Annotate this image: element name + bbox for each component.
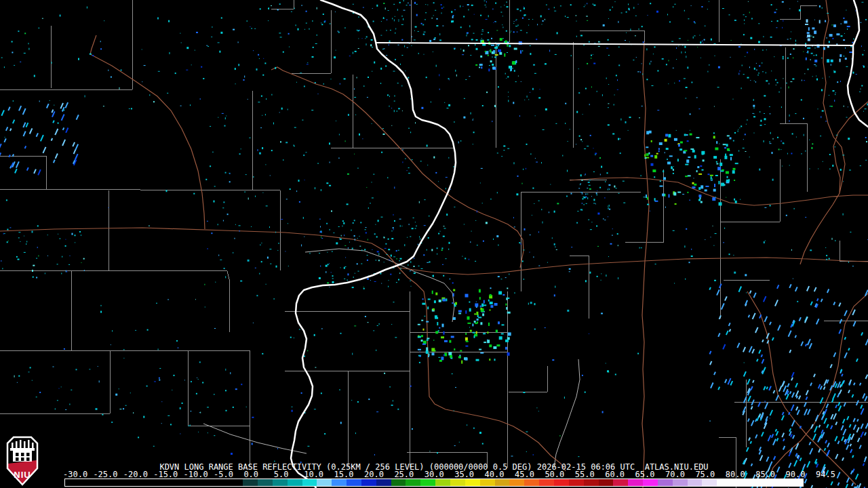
radar-echo bbox=[5, 137, 5, 138]
radar-echo bbox=[298, 180, 300, 182]
radar-echo bbox=[441, 247, 443, 249]
radar-echo bbox=[488, 68, 490, 71]
radar-echo bbox=[387, 177, 388, 178]
radar-echo bbox=[442, 299, 446, 302]
radar-echo bbox=[476, 312, 478, 315]
radar-echo bbox=[389, 96, 390, 97]
radar-echo bbox=[742, 65, 743, 66]
radar-echo bbox=[285, 142, 288, 143]
radar-echo bbox=[366, 232, 367, 234]
radar-echo bbox=[476, 302, 477, 302]
radar-echo bbox=[530, 53, 531, 55]
radar-echo bbox=[270, 176, 271, 176]
colorbar-segment bbox=[288, 479, 302, 486]
radar-echo bbox=[243, 79, 245, 81]
radar-echo bbox=[467, 317, 470, 320]
radar-echo bbox=[330, 229, 330, 230]
radar-echo bbox=[772, 152, 773, 154]
radar-echo bbox=[833, 24, 836, 27]
radar-echo bbox=[355, 432, 356, 434]
radar-echo bbox=[307, 446, 309, 447]
radar-echo bbox=[425, 199, 426, 200]
radar-echo bbox=[330, 24, 331, 24]
radar-echo bbox=[500, 38, 502, 41]
radar-echo bbox=[489, 65, 490, 66]
radar-echo bbox=[266, 205, 268, 206]
colorbar-segment bbox=[332, 479, 347, 486]
radar-echo bbox=[503, 146, 505, 147]
radar-echo bbox=[397, 9, 398, 11]
radar-echo bbox=[363, 85, 364, 87]
radar-echo bbox=[545, 108, 547, 110]
radar-echo bbox=[391, 238, 393, 239]
radar-echo bbox=[576, 222, 578, 224]
radar-echo bbox=[398, 108, 400, 109]
radar-echo bbox=[426, 350, 429, 354]
radar-echo bbox=[848, 106, 848, 107]
radar-echo bbox=[535, 158, 536, 159]
radar-echo bbox=[279, 112, 280, 113]
radar-echo bbox=[123, 358, 124, 359]
radar-echo bbox=[366, 36, 368, 37]
radar-echo bbox=[349, 242, 350, 243]
radar-echo bbox=[427, 5, 428, 5]
radar-echo bbox=[471, 5, 473, 6]
radar-echo bbox=[423, 34, 425, 35]
radar-echo bbox=[277, 250, 278, 251]
radar-echo bbox=[490, 60, 492, 62]
radar-echo bbox=[498, 45, 499, 46]
radar-echo bbox=[569, 271, 570, 272]
radar-echo bbox=[535, 115, 536, 116]
radar-echo bbox=[528, 25, 529, 26]
radar-echo bbox=[804, 73, 805, 74]
radar-echo bbox=[698, 195, 701, 197]
radar-echo bbox=[398, 45, 399, 45]
radar-echo bbox=[526, 451, 527, 452]
radar-echo bbox=[486, 222, 488, 224]
radar-echo bbox=[585, 280, 587, 282]
radar-echo bbox=[726, 180, 728, 182]
radar-echo bbox=[410, 261, 411, 263]
radar-echo bbox=[344, 245, 346, 246]
radar-echo bbox=[332, 279, 334, 279]
radar-echo bbox=[519, 242, 520, 243]
radar-echo bbox=[358, 271, 359, 272]
radar-echo bbox=[863, 111, 864, 112]
radar-echo bbox=[435, 10, 436, 11]
radar-echo bbox=[508, 92, 509, 93]
radar-echo bbox=[374, 62, 375, 64]
radar-echo bbox=[161, 401, 162, 402]
radar-echo bbox=[229, 173, 230, 174]
radar-echo bbox=[532, 88, 534, 90]
radar-echo bbox=[252, 28, 252, 29]
radar-echo bbox=[442, 324, 444, 327]
radar-echo bbox=[863, 66, 865, 68]
radar-echo bbox=[493, 50, 495, 53]
radar-echo bbox=[792, 79, 794, 80]
radar-echo bbox=[331, 79, 332, 79]
radar-echo bbox=[226, 116, 226, 117]
radar-echo bbox=[770, 143, 772, 144]
radar-echo bbox=[401, 226, 402, 226]
radar-echo bbox=[441, 7, 443, 9]
radar-echo bbox=[699, 35, 700, 36]
radar-echo bbox=[692, 186, 696, 188]
radar-echo bbox=[865, 137, 867, 138]
radar-echo bbox=[518, 76, 519, 77]
radar-echo bbox=[701, 58, 701, 58]
radar-echo bbox=[790, 81, 792, 82]
radar-echo bbox=[538, 266, 540, 266]
radar-echo bbox=[456, 75, 457, 77]
radar-echo bbox=[829, 258, 830, 260]
radar-echo bbox=[677, 159, 679, 161]
colorbar-segment bbox=[258, 479, 273, 486]
radar-echo bbox=[500, 7, 501, 7]
radar-echo bbox=[524, 249, 525, 250]
radar-echo bbox=[39, 100, 40, 102]
radar-echo bbox=[717, 87, 719, 87]
radar-echo bbox=[421, 320, 423, 321]
radar-echo bbox=[760, 125, 762, 126]
radar-echo bbox=[266, 284, 267, 285]
radar-echo bbox=[700, 165, 702, 167]
radar-echo bbox=[705, 189, 707, 191]
